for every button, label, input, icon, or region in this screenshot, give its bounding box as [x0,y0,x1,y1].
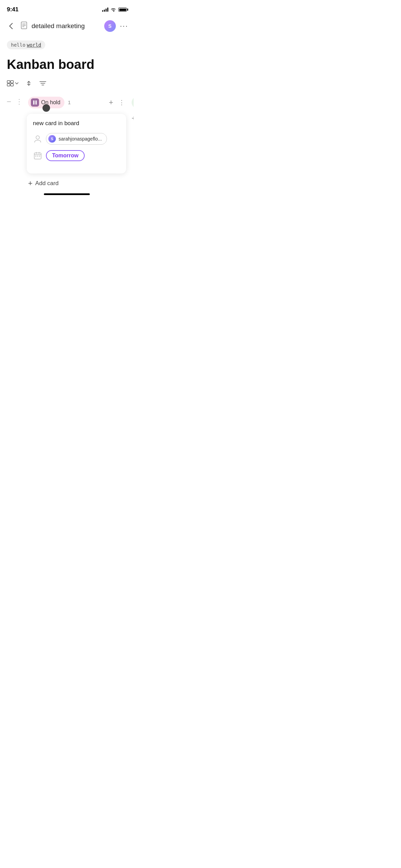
svg-rect-4 [7,81,10,83]
done-column: D + [130,95,134,123]
col-collapse-btn[interactable]: – [5,97,12,105]
calendar-icon [33,151,42,160]
card-title: new card in board [33,120,120,127]
svg-rect-21 [39,156,40,157]
svg-rect-7 [11,84,13,86]
on-hold-column: On hold 1 + ⋮ new card in board S s [27,95,126,188]
svg-rect-5 [11,81,13,83]
filter-icon [39,81,47,86]
assignee-name: sarahjonaspageflo... [59,136,102,142]
svg-rect-20 [37,156,38,157]
col-options-button[interactable]: ⋮ [119,99,125,106]
svg-rect-6 [7,84,10,86]
avatar[interactable]: S [104,20,116,32]
chevron-down-icon [15,82,19,85]
date-pill[interactable]: Tomorrow [46,150,85,161]
status-bar: 9:41 [0,0,134,17]
status-time: 9:41 [7,6,19,13]
sort-icon [25,80,32,86]
column-header: On hold 1 + ⋮ [27,95,126,110]
add-card-button[interactable]: + Add card [27,173,126,188]
breadcrumb-area: hello world [0,35,134,52]
col-count: 1 [68,99,71,105]
done-col-add-button[interactable]: + [132,114,134,123]
board-columns: – ⋮ On hold 1 + ⋮ new card in bo [0,95,134,188]
breadcrumb-link[interactable]: world [27,42,41,48]
nav-bar: detailed marketing S ··· [0,17,134,35]
col-more-btn[interactable]: ⋮ [16,97,23,106]
battery-icon [118,8,127,12]
svg-rect-19 [35,156,36,157]
svg-point-14 [36,136,39,139]
card-assignee-field: S sarahjonaspageflo... [33,133,120,145]
card-date-field: Tomorrow [33,150,120,161]
doc-icon [21,22,27,31]
page-title: Kanban board [7,58,127,72]
breadcrumb[interactable]: hello world [7,40,45,49]
add-card-label: Add card [35,180,59,187]
toolbar [0,79,134,92]
svg-rect-13 [36,100,37,105]
back-button[interactable] [5,21,16,32]
view-toggle-button[interactable] [7,80,19,86]
page-nav-title: detailed marketing [32,22,100,30]
date-label: Tomorrow [52,153,78,159]
home-indicator [0,191,134,197]
status-icons [102,8,127,12]
home-bar [44,193,90,195]
done-status-tag[interactable]: D [132,97,134,108]
assignee-avatar: S [48,135,56,143]
done-column-header: D [130,95,134,110]
more-button[interactable]: ··· [120,22,128,31]
wifi-icon [110,8,116,12]
sort-button[interactable] [25,80,32,86]
assignee-pill[interactable]: S sarahjonaspageflo... [46,133,107,145]
status-tag[interactable]: On hold [28,97,64,108]
page-title-area: Kanban board [0,52,134,79]
signal-icon [102,8,108,12]
breadcrumb-prefix: hello [11,42,25,48]
svg-rect-12 [33,100,35,105]
filter-button[interactable] [39,81,47,86]
col-add-button[interactable]: + [106,98,116,107]
add-card-plus-icon: + [28,179,33,188]
board-area: – ⋮ On hold 1 + ⋮ new card in bo [0,92,134,191]
assignee-icon [33,134,42,144]
kanban-card[interactable]: new card in board S sarahjonaspageflo... [27,114,126,173]
pause-icon [31,98,39,107]
